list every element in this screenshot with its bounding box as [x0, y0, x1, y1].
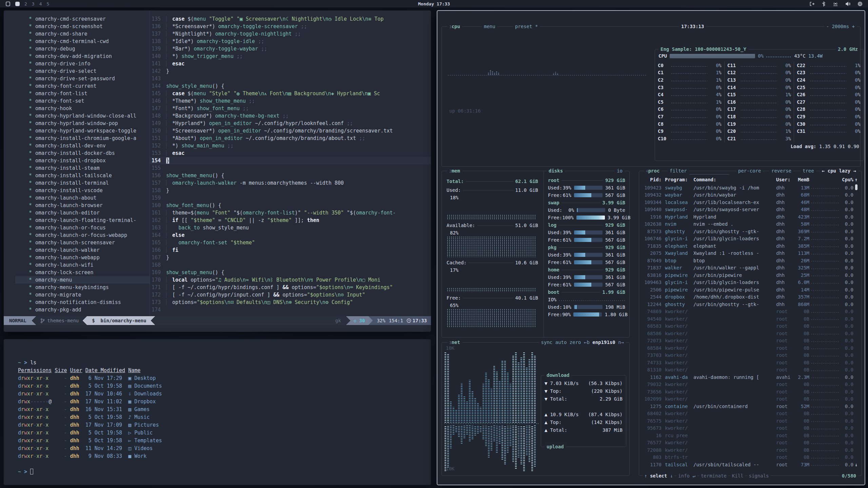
process-row[interactable]: 87649btopbtopdhh26M0.0 — [642, 257, 859, 264]
process-row[interactable]: 106746glycin-i/usr/lib/glycin-loadersdhh… — [642, 235, 859, 243]
code-line[interactable]: 170▏ local options="♫ Audio\n≈ Wifi\nᛒ B… — [150, 276, 431, 284]
workspace-5[interactable]: 5 — [46, 1, 49, 6]
process-row[interactable]: 68402kworker/root0B0.0 — [642, 410, 859, 418]
process-row[interactable]: 72088kworker/root0B0.0 — [642, 446, 859, 454]
file-item[interactable]: *omarchy-lock-screen — [29, 269, 150, 276]
code-line[interactable]: 150▏ *Screensaver*) open_in_editor ~/.co… — [150, 127, 431, 135]
file-item[interactable]: *omarchy-install-docker-dbs — [29, 149, 150, 157]
file-item[interactable]: *omarchy-launch-floating-terminal- — [29, 217, 150, 224]
code-line[interactable]: 135▏ case $(menu "Toggle" "▣ Screensaver… — [150, 15, 431, 23]
process-row[interactable]: 109432waybar/usr/bin/waybardhh68M0.0 — [642, 191, 859, 199]
process-row[interactable]: 2075XwaylandXwayland :1 -rootless -dhh11… — [642, 250, 859, 257]
code-line[interactable]: 148▏ *Background*) omarchy-theme-bg-next… — [150, 112, 431, 120]
process-row[interactable]: 79032kworker/root0B0.0 — [642, 381, 859, 388]
io-button[interactable]: io — [615, 168, 625, 174]
file-item[interactable]: *omarchy-debug — [29, 45, 150, 53]
iface-prev-button[interactable]: ←b — [584, 340, 590, 345]
code-line[interactable]: 143 — [150, 75, 431, 82]
process-row[interactable]: 803btrfs-trroot0B0.0 — [642, 454, 859, 461]
file-item[interactable]: *omarchy-cmd-terminal-cwd — [29, 38, 150, 45]
code-line[interactable]: 153▏ esac — [150, 149, 431, 157]
code-line[interactable]: 138▏ *Idle*) omarchy-toggle-idle ;; — [150, 38, 431, 45]
workspace-active-indicator[interactable] — [15, 2, 20, 6]
bluetooth-icon[interactable] — [822, 1, 826, 6]
process-row[interactable]: 1275containe/usr/bin/containerdroot52M0.… — [642, 403, 859, 410]
file-item[interactable]: *omarchy-drive-select — [29, 67, 150, 75]
volume-icon[interactable] — [845, 1, 851, 6]
workspace-3[interactable]: 3 — [32, 1, 35, 6]
file-item[interactable]: *omarchy-drive-set-password — [29, 75, 150, 82]
file-item[interactable]: *omarchy-install-steam — [29, 164, 150, 172]
process-row[interactable]: 68583kworker/root0B0.0 — [642, 323, 859, 330]
per-core-button[interactable]: per-core — [736, 168, 763, 174]
process-row[interactable]: 81310kworker/root0B0.0 — [642, 366, 859, 374]
window-icon[interactable] — [5, 1, 11, 6]
code-line[interactable]: 139▏ *Bar*) omarchy-toggle-waybar ;; — [150, 45, 431, 53]
code-line[interactable]: 165▏ omarchy-font-set "$theme" — [150, 239, 431, 246]
process-row[interactable]: 2544dropbox/home/dhh/.dropbox-distdhh357… — [642, 293, 859, 301]
file-item[interactable]: *omarchy-launch-or-focus-webapp — [29, 231, 150, 239]
code-line[interactable]: 141▏ esac — [150, 60, 431, 67]
process-row[interactable]: 102638nvimnvim --embed .dhh58M0.0 — [642, 221, 859, 228]
sort-selector[interactable]: ← cpu lazy → — [820, 168, 858, 174]
file-item[interactable]: *omarchy-hyprland-window-pop — [29, 120, 150, 127]
process-row[interactable]: 71837walker/usr/bin/walker --gappldhh325… — [642, 264, 859, 272]
kill-button[interactable]: Kill — [730, 472, 745, 479]
process-row[interactable]: 2506pipewire/usr/bin/pipewire-pulsedhh14… — [642, 286, 859, 293]
process-row[interactable]: 74869kworker/root0B0.0 — [642, 308, 859, 316]
reverse-button[interactable]: reverse — [769, 168, 793, 174]
code-line[interactable]: 164▏ else — [150, 231, 431, 239]
file-item[interactable]: *omarchy-launch-or-focus — [29, 224, 150, 231]
code-line[interactable]: 147▏ *Font*) show_font_menu ;; — [150, 105, 431, 112]
select-button[interactable]: ↑ select ↓ — [643, 472, 674, 479]
file-item[interactable]: *omarchy-launch-webapp — [29, 254, 150, 261]
process-row[interactable]: 12244ghostty/usr/bin/ghostty --gtk-dhh86… — [642, 301, 859, 308]
process-row[interactable]: 1162avahi-daavahi-daemon: running [avahi… — [642, 373, 859, 381]
terminal-window[interactable]: ~ > lsPermissions Size User Date Modifie… — [3, 339, 431, 485]
code-line[interactable]: 145▏ case $(menu "Style" "◍ Theme\nᴀ Fon… — [150, 90, 431, 97]
process-row[interactable]: 109463glycin-i/usr/lib/glycin-loadersdhh… — [642, 279, 859, 286]
code-line[interactable]: 149▏ *Hyprland*) open_in_editor ~/.confi… — [150, 120, 431, 127]
process-row[interactable]: 1916HyprlandHyprlanddhh423M0.0 — [642, 213, 859, 221]
process-row[interactable]: 94540kworker/root0B0.0 — [642, 315, 859, 323]
process-row[interactable]: 73656kworker/root0B0.0 — [642, 388, 859, 395]
file-item[interactable]: *omarchy-menu — [15, 276, 150, 284]
cpu-settings-icon[interactable] — [857, 1, 863, 6]
file-item[interactable]: *omarchy-migrate — [29, 291, 150, 299]
workspace-2[interactable]: 2 — [24, 1, 27, 6]
process-row[interactable]: 109423swaybg/usr/bin/swaybg -i /homdhh13… — [642, 184, 859, 191]
file-item[interactable]: *omarchy-cmd-screenshot — [29, 23, 150, 30]
file-item[interactable]: *omarchy-hyprland-window-close-all — [29, 112, 150, 120]
file-item[interactable]: *omarchy-launch-walker — [29, 246, 150, 254]
code-line[interactable]: 161▏ theme=$(menu "Font" "$(omarchy-font… — [150, 209, 431, 217]
code-line[interactable]: 159 — [150, 194, 431, 202]
file-item[interactable]: *omarchy-install-dev-env — [29, 142, 150, 149]
code-line[interactable]: 171▏ [ -f ~/.config/hypr/bindings.conf ]… — [150, 284, 431, 291]
file-item[interactable]: *omarchy-cmd-screensaver — [29, 15, 150, 23]
file-item[interactable]: *omarchy-install-terminal — [29, 179, 150, 187]
process-row[interactable]: 76575kworker/root0B0.0 — [642, 417, 859, 425]
logout-icon[interactable] — [809, 1, 815, 6]
code-line[interactable]: 144show_style_menu() { — [150, 82, 431, 90]
code-line[interactable]: 137▏ *Nightlight*) omarchy-toggle-nightl… — [150, 30, 431, 38]
code-line[interactable]: 157▏ omarchy-launch-walker -m menus:omar… — [150, 179, 431, 187]
file-explorer[interactable]: *omarchy-cmd-screensaver*omarchy-cmd-scr… — [4, 11, 150, 316]
menu-button[interactable]: menu — [482, 23, 497, 30]
code-line[interactable]: 155 — [150, 164, 431, 172]
file-item[interactable]: *omarchy-install-dropbox — [29, 157, 150, 164]
process-row[interactable]: 71835elephantelephantdhh385M0.0 — [642, 242, 859, 250]
file-item[interactable]: *omarchy-cmd-share — [29, 30, 150, 38]
process-row[interactable]: 63816pipewire/usr/bin/pipewiredhh25M0.0 — [642, 271, 859, 279]
process-row[interactable]: 68584kworker/root0B0.0 — [642, 344, 859, 352]
signals-button[interactable]: signals — [747, 472, 771, 479]
file-item[interactable]: *omarchy-hyprland-workspace-toggle — [29, 127, 150, 135]
code-line[interactable]: 156show_theme_menu() { — [150, 172, 431, 179]
workspace-4[interactable]: 4 — [39, 1, 42, 6]
file-item[interactable]: *omarchy-launch-about — [29, 194, 150, 202]
code-line[interactable]: 174 — [150, 306, 431, 313]
file-item[interactable]: *omarchy-drive-info — [29, 60, 150, 67]
process-row[interactable]: 109344localsea/usr/lib/localsearch-exdhh… — [642, 199, 859, 206]
process-row[interactable]: 76577kworker/root0B0.0 — [642, 439, 859, 447]
file-item[interactable]: *omarchy-launch-editor — [29, 209, 150, 217]
process-row[interactable]: 109440swayosd-/usr/bin/swayosd-serverdhh… — [642, 206, 859, 214]
